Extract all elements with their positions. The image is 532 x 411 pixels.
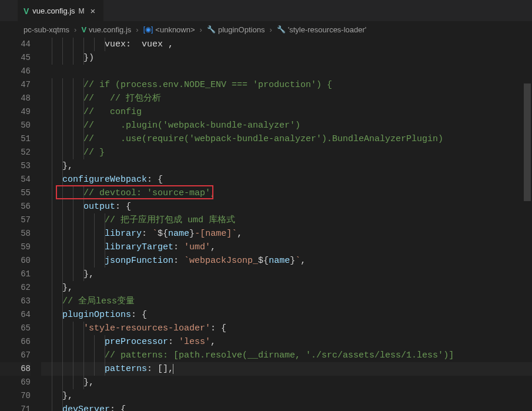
line-number[interactable]: 61 bbox=[0, 268, 31, 281]
line-number[interactable]: 55 bbox=[0, 186, 31, 200]
scrollbar-thumb[interactable] bbox=[524, 83, 531, 201]
code-line[interactable]: // 把子应用打包成 umd 库格式 bbox=[41, 213, 532, 227]
line-number[interactable]: 47 bbox=[0, 78, 31, 92]
line-number[interactable]: 68 bbox=[0, 362, 31, 376]
line-number[interactable]: 53 bbox=[0, 159, 31, 173]
code-line[interactable]: }, bbox=[41, 268, 532, 281]
line-number[interactable]: 51 bbox=[0, 132, 31, 146]
code-line[interactable]: // config bbox=[41, 105, 532, 119]
chevron-right-icon: › bbox=[269, 25, 272, 34]
vue-file-icon: V bbox=[81, 25, 86, 34]
line-number[interactable]: 57 bbox=[0, 213, 31, 227]
breadcrumb-folder[interactable]: pc-sub-xqtms bbox=[24, 25, 69, 34]
code-line[interactable]: output: { bbox=[41, 200, 532, 213]
chevron-right-icon: › bbox=[74, 25, 76, 34]
line-number[interactable]: 69 bbox=[0, 376, 31, 389]
wrench-icon: 🔧 bbox=[207, 25, 216, 34]
code-line[interactable]: // if (process.env.NODE_ENV === 'product… bbox=[41, 78, 532, 92]
line-number[interactable]: 59 bbox=[0, 240, 31, 254]
code-line[interactable]: libraryTarget: 'umd', bbox=[41, 240, 532, 254]
code-line[interactable]: }, bbox=[41, 281, 532, 295]
line-number[interactable]: 62 bbox=[0, 281, 31, 295]
line-number[interactable]: 63 bbox=[0, 295, 31, 308]
line-number[interactable]: 49 bbox=[0, 105, 31, 119]
code-line[interactable]: // devtool: 'source-map', bbox=[41, 186, 532, 200]
code-line[interactable]: configureWebpack: { bbox=[41, 173, 532, 186]
line-number[interactable]: 64 bbox=[0, 308, 31, 322]
code-line[interactable]: // patterns: [path.resolve(__dirname, '.… bbox=[41, 349, 532, 362]
code-line[interactable]: // 全局less变量 bbox=[41, 295, 532, 308]
line-number[interactable]: 60 bbox=[0, 254, 31, 268]
code-line[interactable]: }, bbox=[41, 389, 532, 403]
breadcrumb-prop[interactable]: pluginOptions bbox=[218, 25, 265, 34]
code-line[interactable]: // .plugin('webpack-bundle-analyzer') bbox=[41, 119, 532, 132]
code-line[interactable]: // .use(require('webpack-bundle-analyzer… bbox=[41, 132, 532, 146]
line-number[interactable]: 44 bbox=[0, 38, 31, 51]
line-number[interactable]: 58 bbox=[0, 227, 31, 240]
line-number[interactable]: 70 bbox=[0, 389, 31, 403]
line-number[interactable]: 71 bbox=[0, 403, 31, 411]
code-line[interactable]: }, bbox=[41, 159, 532, 173]
chevron-right-icon: › bbox=[136, 25, 138, 34]
code-line[interactable]: // // 打包分析 bbox=[41, 92, 532, 105]
code-line[interactable]: jsonpFunction: `webpackJsonp_${name}`, bbox=[41, 254, 532, 268]
code-line[interactable] bbox=[41, 65, 532, 78]
wrench-icon: 🔧 bbox=[277, 25, 286, 34]
code-area[interactable]: vuex: vuex , }) // if (process.env.NODE_… bbox=[41, 38, 532, 411]
breadcrumb: pc-sub-xqtms › V vue.config.js › [◉] <un… bbox=[0, 21, 532, 38]
line-number[interactable]: 52 bbox=[0, 146, 31, 159]
editor[interactable]: 4445464748495051525354555657585960616263… bbox=[0, 38, 532, 411]
editor-tab[interactable]: V vue.config.js M × bbox=[18, 0, 103, 21]
code-line[interactable]: }) bbox=[41, 51, 532, 65]
line-number[interactable]: 65 bbox=[0, 322, 31, 335]
close-icon[interactable]: × bbox=[88, 6, 98, 16]
code-line[interactable]: patterns: [], bbox=[41, 362, 532, 376]
line-number[interactable]: 66 bbox=[0, 335, 31, 349]
code-line[interactable]: preProcessor: 'less', bbox=[41, 335, 532, 349]
line-number-gutter[interactable]: 4445464748495051525354555657585960616263… bbox=[0, 38, 41, 411]
chevron-right-icon: › bbox=[200, 25, 202, 34]
code-line[interactable]: // } bbox=[41, 146, 532, 159]
line-number[interactable]: 56 bbox=[0, 200, 31, 213]
line-number[interactable]: 50 bbox=[0, 119, 31, 132]
code-line[interactable]: vuex: vuex , bbox=[41, 38, 532, 51]
tab-filename: vue.config.js bbox=[32, 6, 75, 15]
line-number[interactable]: 45 bbox=[0, 51, 31, 65]
modified-indicator: M bbox=[79, 7, 85, 15]
code-line[interactable]: library: `${name}-[name]`, bbox=[41, 227, 532, 240]
tab-bar: V vue.config.js M × bbox=[0, 0, 532, 21]
breadcrumb-prop[interactable]: 'style-resources-loader' bbox=[288, 25, 367, 34]
line-number[interactable]: 48 bbox=[0, 92, 31, 105]
breadcrumb-file[interactable]: vue.config.js bbox=[89, 25, 131, 34]
code-line[interactable]: }, bbox=[41, 376, 532, 389]
breadcrumb-symbol[interactable]: <unknown> bbox=[155, 25, 195, 34]
vue-file-icon: V bbox=[24, 6, 29, 16]
line-number[interactable]: 67 bbox=[0, 349, 31, 362]
code-line[interactable]: pluginOptions: { bbox=[41, 308, 532, 322]
line-number[interactable]: 54 bbox=[0, 173, 31, 186]
code-line[interactable]: 'style-resources-loader': { bbox=[41, 322, 532, 335]
line-number[interactable]: 46 bbox=[0, 65, 31, 78]
vertical-scrollbar[interactable] bbox=[524, 21, 531, 410]
code-line[interactable]: devServer: { bbox=[41, 403, 532, 411]
symbol-icon: [◉] bbox=[143, 25, 153, 34]
